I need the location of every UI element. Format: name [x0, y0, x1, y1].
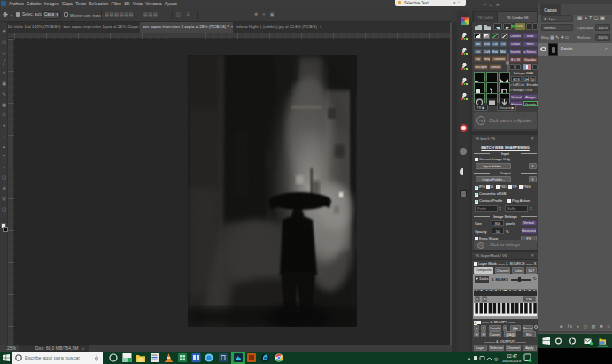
- svg-text:◎: ◎: [494, 356, 499, 361]
- svg-text:Escribe aquí para buscar: Escribe aquí para buscar: [25, 355, 80, 360]
- svg-text:16/05/2019: 16/05/2019: [502, 359, 522, 363]
- svg-text:22:47: 22:47: [507, 354, 517, 359]
